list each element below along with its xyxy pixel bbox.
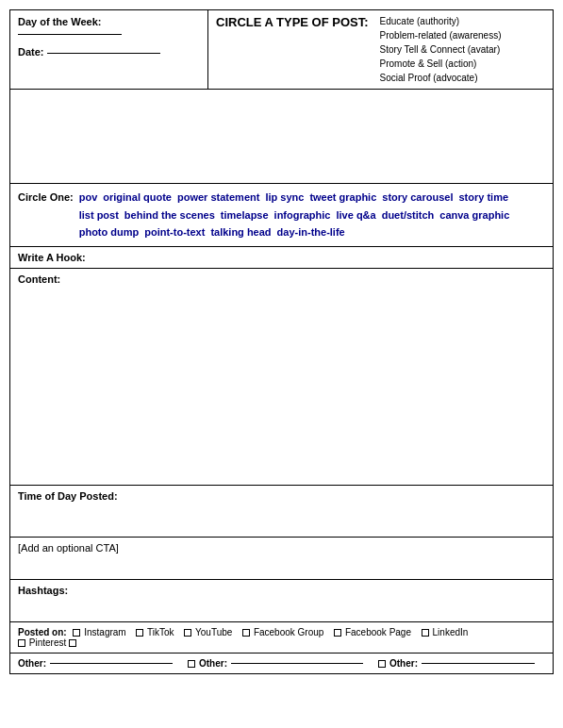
facebook-page-checkbox[interactable]: [334, 629, 341, 637]
other-field-2[interactable]: [231, 663, 363, 664]
header-right: CIRCLE A TYPE OF POST: Educate (authorit…: [208, 10, 553, 89]
opt-behind-the-scenes[interactable]: behind the scenes: [124, 207, 215, 224]
post-type-title: CIRCLE A TYPE OF POST:: [216, 15, 369, 29]
opt-infographic[interactable]: infographic: [274, 207, 331, 224]
opt-lip-sync[interactable]: lip sync: [265, 189, 304, 207]
post-type-list: Educate (authority) Problem-related (awa…: [380, 14, 502, 85]
pinterest-checkbox[interactable]: [18, 639, 25, 647]
post-type-item: Promote & Sell (action): [380, 57, 502, 71]
other-label-2: Other:: [199, 658, 227, 669]
opt-day-in-life[interactable]: day-in-the-life: [277, 223, 345, 241]
other-label-1: Other:: [18, 658, 46, 669]
day-of-week-line: Day of the Week:: [18, 16, 200, 39]
hook-label: Write A Hook:: [18, 252, 86, 263]
circle-one-label: Circle One:: [18, 189, 74, 207]
tiktok-label: TikTok: [147, 627, 174, 637]
opt-power-statement[interactable]: power statement: [177, 189, 259, 207]
page: Day of the Week: Date: CIRCLE A TYPE OF …: [9, 9, 554, 674]
hashtag-section[interactable]: Hashtags:: [10, 580, 553, 622]
instagram-label: Instagram: [84, 627, 125, 637]
post-type-item: Social Proof (advocate): [380, 71, 502, 85]
time-section[interactable]: Time of Day Posted:: [10, 486, 553, 538]
opt-timelapse[interactable]: timelapse: [221, 207, 269, 224]
facebook-group-label: Facebook Group: [254, 627, 324, 637]
header-row: Day of the Week: Date: CIRCLE A TYPE OF …: [10, 10, 553, 90]
tiktok-checkbox[interactable]: [136, 629, 143, 637]
other-label-3: Other:: [389, 658, 418, 669]
platform-facebook-page[interactable]: Facebook Page: [334, 627, 414, 637]
linkedin-checkbox[interactable]: [422, 629, 429, 637]
platform-youtube[interactable]: YouTube: [184, 627, 235, 637]
other-field-1[interactable]: [50, 663, 173, 664]
date-line: Date:: [18, 46, 200, 58]
other-item-2: Other:: [188, 658, 363, 669]
youtube-checkbox[interactable]: [184, 629, 191, 637]
opt-live-qa[interactable]: live q&a: [336, 207, 375, 224]
linkedin-label: LinkedIn: [433, 627, 469, 637]
hashtag-label: Hashtags:: [18, 585, 68, 596]
cta-label: [Add an optional CTA]: [18, 542, 119, 554]
platform-tiktok[interactable]: TikTok: [136, 627, 176, 637]
header-left: Day of the Week: Date:: [10, 10, 208, 89]
other-item-3: Other:: [378, 658, 535, 669]
opt-point-to-text[interactable]: point-to-text: [144, 223, 205, 241]
circle-one-row1-container: Circle One: pov original quote power sta…: [18, 189, 545, 241]
platform-facebook-group[interactable]: Facebook Group: [242, 627, 326, 637]
posted-on-label: Posted on:: [18, 627, 67, 637]
posted-on-row: Posted on: Instagram TikTok YouTube Face…: [10, 622, 553, 654]
date-label: Date:: [18, 46, 44, 58]
circle-row1: pov original quote power statement lip s…: [79, 189, 510, 207]
time-label: Time of Day Posted:: [18, 490, 118, 502]
opt-original-quote[interactable]: original quote: [103, 189, 172, 207]
opt-canva-graphic[interactable]: canva graphic: [439, 207, 509, 224]
circle-row2: list post behind the scenes timelapse in…: [79, 207, 510, 224]
other-row: Other: Other: Other:: [10, 654, 553, 673]
platform-pinterest[interactable]: Pinterest: [18, 637, 77, 648]
content-label: Content:: [18, 273, 60, 285]
opt-tweet-graphic[interactable]: tweet graphic: [309, 189, 376, 207]
other-item-1: Other:: [18, 658, 173, 669]
circle-one-section: Circle One: pov original quote power sta…: [10, 184, 553, 247]
instagram-checkbox[interactable]: [73, 629, 80, 637]
platform-linkedin[interactable]: LinkedIn: [422, 627, 469, 637]
day-field[interactable]: [18, 34, 122, 35]
post-type-item: Story Tell & Connect (avatar): [380, 42, 502, 57]
pinterest-label: Pinterest: [29, 637, 66, 648]
post-type-item: Educate (authority): [380, 14, 502, 28]
opt-story-carousel[interactable]: story carousel: [382, 189, 453, 207]
opt-pov[interactable]: pov: [79, 189, 98, 207]
opt-talking-head[interactable]: talking head: [210, 223, 271, 241]
date-field[interactable]: [47, 53, 160, 54]
other-field-3[interactable]: [422, 663, 535, 664]
youtube-label: YouTube: [195, 627, 232, 637]
content-section[interactable]: Content:: [10, 269, 553, 486]
other-checkbox-3[interactable]: [378, 660, 386, 668]
image-area: [10, 90, 553, 184]
hook-section: Write A Hook:: [10, 247, 553, 269]
platform-instagram[interactable]: Instagram: [73, 627, 128, 637]
opt-photo-dump[interactable]: photo dump: [79, 223, 140, 241]
cta-section[interactable]: [Add an optional CTA]: [10, 538, 553, 580]
pinterest-checkbox-end[interactable]: [69, 639, 76, 647]
opt-story-time[interactable]: story time: [458, 189, 508, 207]
day-label: Day of the Week:: [18, 16, 101, 27]
facebook-group-checkbox[interactable]: [242, 629, 250, 637]
circle-options-container: pov original quote power statement lip s…: [79, 189, 510, 241]
post-type-item: Problem-related (awareness): [380, 28, 502, 42]
facebook-page-label: Facebook Page: [345, 627, 411, 637]
opt-list-post[interactable]: list post: [79, 207, 119, 224]
other-checkbox-2[interactable]: [188, 660, 195, 668]
circle-row3: photo dump point-to-text talking head da…: [79, 223, 510, 241]
opt-duet-stitch[interactable]: duet/stitch: [382, 207, 435, 224]
